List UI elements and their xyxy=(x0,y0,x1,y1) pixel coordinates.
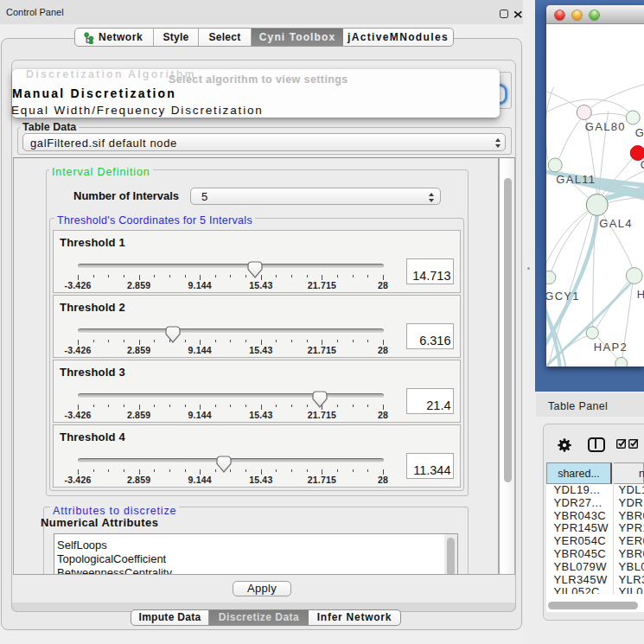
svg-text:GAL4: GAL4 xyxy=(599,217,632,230)
svg-text:GAL80: GAL80 xyxy=(584,119,625,132)
svg-text:HAP2: HAP2 xyxy=(593,341,627,354)
svg-text:H: H xyxy=(636,287,644,300)
svg-text:GAL11: GAL11 xyxy=(556,172,596,185)
svg-text:GCY1: GCY1 xyxy=(546,290,580,303)
svg-text:GA: GA xyxy=(634,126,644,139)
svg-text:C: C xyxy=(640,158,644,171)
